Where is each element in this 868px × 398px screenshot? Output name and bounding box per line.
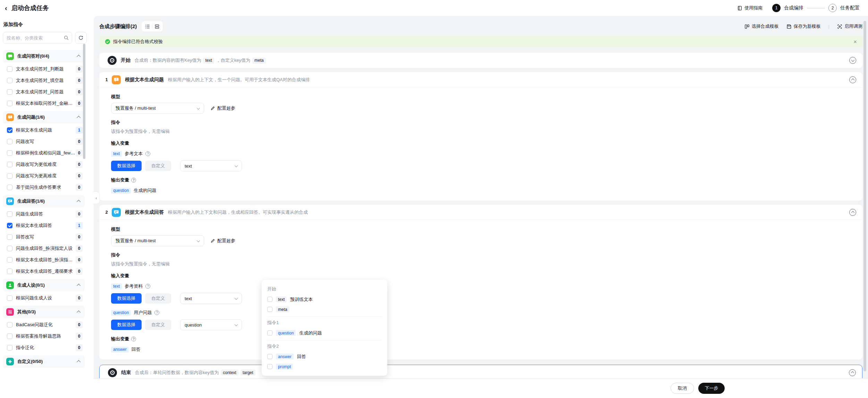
checkbox[interactable] bbox=[7, 185, 12, 190]
checkbox[interactable] bbox=[7, 345, 12, 350]
input-var-select[interactable]: question bbox=[180, 319, 242, 330]
model-select[interactable]: 预置服务 / multi-test bbox=[111, 103, 204, 114]
help-icon[interactable] bbox=[154, 310, 159, 315]
list-item[interactable]: 文本生成问答对_判断题0 bbox=[3, 63, 85, 75]
checkbox[interactable] bbox=[7, 322, 12, 328]
card-view-icon[interactable] bbox=[152, 22, 161, 31]
checkbox[interactable] bbox=[267, 307, 272, 312]
dropdown-option[interactable]: answer 回答 bbox=[267, 352, 382, 362]
collapse-button[interactable] bbox=[849, 209, 856, 216]
step-1-dot[interactable]: 1 bbox=[772, 4, 781, 12]
list-item[interactable]: 基于提问生成作答要求0 bbox=[3, 181, 85, 193]
dropdown-option[interactable]: prompt bbox=[267, 362, 382, 372]
data-select-tab[interactable]: 数据选择 bbox=[111, 161, 142, 171]
sidebar-group-gen-answer[interactable]: 生成回答(1/6) bbox=[3, 195, 85, 208]
list-item[interactable]: 根据文本生成回答_遵循要求0 bbox=[3, 265, 85, 277]
checkbox-checked[interactable] bbox=[7, 127, 12, 133]
checkbox[interactable] bbox=[267, 330, 272, 336]
variable-chip: answer bbox=[111, 347, 129, 353]
list-item[interactable]: BadCase问题泛化0 bbox=[3, 319, 85, 330]
custom-tab[interactable]: 自定义 bbox=[145, 293, 171, 304]
checkbox[interactable] bbox=[267, 354, 272, 359]
dropdown-option[interactable]: text 预训练文本 bbox=[267, 294, 382, 304]
list-item[interactable]: 问题生成回答_扮演指定人设0 bbox=[3, 243, 85, 254]
checkbox[interactable] bbox=[7, 78, 12, 83]
custom-tab[interactable]: 自定义 bbox=[145, 161, 171, 171]
sidebar-group-other[interactable]: 其他(0/3) bbox=[3, 306, 85, 318]
list-item[interactable]: 根据样例生成相似问题_few-s...0 bbox=[3, 147, 85, 159]
list-item[interactable]: 根据文本抽取问答对_金融场景0 bbox=[3, 98, 85, 109]
list-item[interactable]: 问题改写0 bbox=[3, 136, 85, 147]
checkbox[interactable] bbox=[7, 234, 12, 240]
help-icon[interactable] bbox=[131, 178, 136, 183]
sidebar-group-custom[interactable]: 自定义(0/50) bbox=[3, 355, 85, 368]
search-input[interactable] bbox=[3, 32, 72, 44]
list-item[interactable]: 问题生成回答0 bbox=[3, 208, 85, 220]
count-badge: 0 bbox=[76, 245, 83, 252]
refresh-button[interactable] bbox=[75, 32, 87, 44]
list-item[interactable]: 文本生成问答对_填空题0 bbox=[3, 75, 85, 86]
checkbox[interactable] bbox=[7, 66, 12, 72]
checkbox[interactable] bbox=[7, 246, 12, 251]
sidebar-scrollbar[interactable] bbox=[83, 44, 85, 159]
list-item[interactable]: 根据文本生成问题1 bbox=[3, 124, 85, 136]
list-item[interactable]: 回答改写0 bbox=[3, 231, 85, 243]
back-icon[interactable]: ‹ bbox=[5, 5, 7, 11]
cancel-button[interactable]: 取消 bbox=[671, 383, 694, 394]
sidebar-group-gen-persona[interactable]: 生成人设(0/1) bbox=[3, 279, 85, 291]
checkbox[interactable] bbox=[267, 364, 272, 369]
next-step-button[interactable]: 下一步 bbox=[698, 383, 725, 394]
close-icon[interactable]: × bbox=[853, 39, 857, 45]
list-item[interactable]: 问题改写为更低难度0 bbox=[3, 159, 85, 170]
help-icon[interactable] bbox=[145, 284, 150, 289]
collapse-button[interactable] bbox=[849, 369, 856, 376]
select-template-button[interactable]: 选择合成模板 bbox=[744, 23, 779, 29]
step-2-dot[interactable]: 2 bbox=[828, 4, 837, 12]
sidebar-collapse-handle[interactable]: ‹ bbox=[93, 192, 100, 204]
dropdown-group-label: 指令2 bbox=[267, 340, 382, 352]
save-template-button[interactable]: 保存为新模板 bbox=[786, 23, 821, 29]
checkbox[interactable] bbox=[7, 139, 12, 144]
end-node-card: 结束 合成后：单轮问答数据，数据内容key值为 context target c… bbox=[99, 365, 862, 378]
checkbox[interactable] bbox=[7, 257, 12, 263]
checkbox[interactable] bbox=[7, 162, 12, 167]
checkbox[interactable] bbox=[7, 211, 12, 217]
help-icon[interactable] bbox=[145, 151, 150, 156]
enable-debug-button[interactable]: 启用调测 bbox=[837, 23, 862, 29]
checkbox[interactable] bbox=[7, 295, 12, 301]
configure-hyperparams-button[interactable]: 配置超参 bbox=[210, 238, 235, 244]
list-item[interactable]: 根据文本生成回答_扮演指定...0 bbox=[3, 254, 85, 265]
list-item[interactable]: 根据文本生成回答1 bbox=[3, 220, 85, 231]
checkbox[interactable] bbox=[267, 297, 272, 302]
checkbox[interactable] bbox=[7, 173, 12, 179]
list-item[interactable]: 根据答案推导解题思路0 bbox=[3, 330, 85, 342]
guide-link[interactable]: 使用指南 bbox=[737, 5, 762, 11]
help-icon[interactable] bbox=[131, 337, 136, 341]
chevron-down-icon bbox=[235, 164, 238, 167]
dropdown-option[interactable]: question 生成的问题 bbox=[267, 328, 382, 338]
custom-tab[interactable]: 自定义 bbox=[145, 320, 171, 330]
checkbox[interactable] bbox=[7, 333, 12, 339]
list-view-icon[interactable] bbox=[143, 22, 152, 31]
main-scrollbar[interactable] bbox=[863, 21, 866, 371]
checkbox[interactable] bbox=[7, 101, 12, 106]
list-item[interactable]: 问题改写为更高难度0 bbox=[3, 170, 85, 181]
list-item[interactable]: 文本生成问答对_问答题0 bbox=[3, 86, 85, 98]
checkbox[interactable] bbox=[7, 150, 12, 156]
data-select-tab[interactable]: 数据选择 bbox=[111, 320, 142, 330]
dropdown-option[interactable]: meta bbox=[267, 304, 382, 314]
expand-button[interactable] bbox=[849, 57, 856, 64]
checkbox[interactable] bbox=[7, 89, 12, 95]
list-item[interactable]: 根据问题生成人设0 bbox=[3, 292, 85, 304]
input-var-select[interactable]: text bbox=[180, 293, 242, 304]
checkbox-checked[interactable] bbox=[7, 223, 12, 228]
sidebar-group-gen-question[interactable]: ? 生成问题(1/6) bbox=[3, 111, 85, 124]
model-select[interactable]: 预置服务 / multi-test bbox=[111, 235, 204, 246]
collapse-button[interactable] bbox=[849, 76, 856, 83]
list-item[interactable]: 指令泛化0 bbox=[3, 342, 85, 353]
sidebar-group-qa-pairs[interactable]: 生成问答对(0/4) bbox=[3, 50, 85, 62]
input-var-select[interactable]: text bbox=[180, 160, 242, 171]
configure-hyperparams-button[interactable]: 配置超参 bbox=[210, 105, 235, 111]
data-select-tab[interactable]: 数据选择 bbox=[111, 293, 142, 304]
checkbox[interactable] bbox=[7, 269, 12, 274]
